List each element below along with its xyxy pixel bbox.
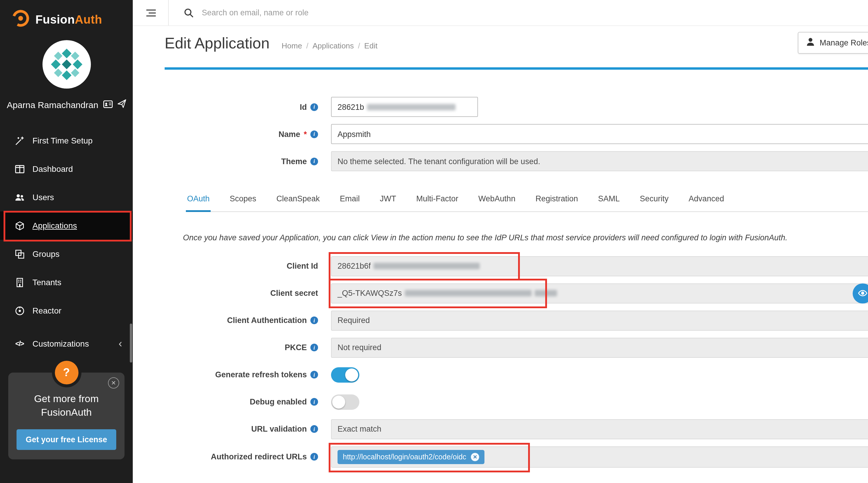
theme-select: No theme selected. The tenant configurat… [331, 151, 868, 171]
field-label-name: Name* [165, 130, 318, 139]
reactor-icon [14, 305, 25, 316]
pkce-select[interactable]: Not required [331, 337, 868, 358]
close-icon[interactable] [108, 377, 119, 389]
sidebar-item-reactor[interactable]: Reactor [0, 296, 133, 325]
tab-saml[interactable]: SAML [597, 194, 621, 211]
sidebar-item-dashboard[interactable]: Dashboard [0, 155, 133, 183]
help-icon[interactable]: ? [55, 361, 78, 385]
groups-icon [14, 249, 25, 259]
sidebar-item-label: Groups [32, 249, 60, 259]
sidebar-item-applications[interactable]: Applications [0, 211, 133, 240]
form-row-theme: Theme No theme selected. The tenant conf… [165, 151, 868, 171]
tab-webauthn[interactable]: WebAuthn [477, 194, 517, 211]
sidebar-item-label: Users [32, 193, 54, 202]
id-input[interactable]: 28621b [331, 97, 478, 117]
tab-multi-factor[interactable]: Multi-Factor [415, 194, 460, 211]
breadcrumb: Home/Applications/Edit [282, 41, 378, 50]
application-tabs: OAuth Scopes CleanSpeak Email JWT Multi-… [186, 194, 868, 212]
manage-roles-button[interactable]: Manage Roles [798, 32, 868, 54]
sidebar-item-label: First Time Setup [32, 136, 93, 145]
tab-registration[interactable]: Registration [534, 194, 579, 211]
tab-jwt[interactable]: JWT [378, 194, 397, 211]
tab-email[interactable]: Email [339, 194, 361, 211]
promo-card: ? Get more from FusionAuth Get your free… [8, 373, 125, 459]
chevron-left-icon[interactable]: ‹ [119, 337, 122, 350]
sidebar-item-groups[interactable]: Groups [0, 240, 133, 268]
form-row-client-id: Client Id 28621b6f [165, 256, 868, 276]
person-icon [807, 38, 814, 48]
info-icon[interactable] [310, 158, 318, 165]
dashboard-icon [14, 164, 25, 174]
send-icon[interactable] [117, 99, 126, 110]
field-label-client-id: Client Id [165, 262, 318, 271]
info-icon[interactable] [310, 130, 318, 138]
field-label-theme: Theme [165, 157, 318, 166]
breadcrumb-home[interactable]: Home [282, 41, 302, 50]
info-icon[interactable] [310, 316, 318, 324]
fusionauth-logo[interactable]: FusionAuth [0, 0, 133, 34]
sidebar-item-label: Applications [32, 221, 77, 230]
info-icon[interactable] [310, 453, 318, 460]
field-label-debug-enabled: Debug enabled [165, 397, 318, 406]
id-card-icon[interactable] [103, 100, 113, 110]
sidebar-item-label: Customizations [32, 339, 89, 348]
sidebar-item-label: Reactor [32, 306, 61, 315]
url-validation-select[interactable]: Exact match [331, 419, 868, 439]
tab-advanced[interactable]: Advanced [687, 194, 725, 211]
client-authentication-select[interactable]: Required [331, 310, 868, 330]
tab-cleanspeak[interactable]: CleanSpeak [275, 194, 321, 211]
name-input[interactable]: Appsmith [331, 124, 868, 144]
sidebar-scrollbar[interactable] [130, 323, 132, 363]
generate-refresh-tokens-toggle[interactable] [331, 367, 359, 382]
user-name: Aparna Ramachandran [7, 100, 98, 110]
avatar[interactable] [42, 40, 91, 91]
redacted-text [535, 290, 557, 296]
sidebar-nav: First Time Setup Dashboard Users Appli [0, 126, 133, 358]
info-icon[interactable] [310, 103, 318, 111]
sidebar-item-label: Tenants [32, 278, 61, 287]
fusionauth-wordmark: FusionAuth [35, 13, 102, 26]
applications-icon [14, 220, 25, 231]
search-input[interactable] [200, 8, 451, 18]
topbar-divider [168, 0, 169, 25]
tab-oauth[interactable]: OAuth [186, 194, 211, 212]
debug-enabled-toggle[interactable] [331, 394, 359, 409]
get-license-button[interactable]: Get your free License [17, 429, 116, 450]
field-label-generate-refresh-tokens: Generate refresh tokens [165, 370, 318, 379]
page-title: Edit Application [165, 34, 270, 53]
sidebar-item-users[interactable]: Users [0, 183, 133, 211]
form-row-pkce: PKCE Not required [165, 337, 868, 358]
form-row-client-authentication: Client Authentication Required [165, 310, 868, 330]
form-row-name: Name* Appsmith [165, 124, 868, 144]
info-icon[interactable] [310, 425, 318, 433]
sidebar-item-label: Dashboard [32, 164, 73, 174]
main-area: Edit Application Home/Applications/Edit … [133, 0, 868, 483]
client-id-field: 28621b6f [331, 256, 868, 276]
field-label-client-secret: Client secret [165, 289, 318, 297]
info-icon[interactable] [310, 398, 318, 406]
info-icon[interactable] [310, 344, 318, 351]
sidebar-item-tenants[interactable]: Tenants [0, 268, 133, 296]
tab-scopes[interactable]: Scopes [229, 194, 257, 211]
tab-security[interactable]: Security [639, 194, 670, 211]
remove-chip-icon[interactable] [471, 453, 479, 461]
authorized-redirect-urls-input[interactable]: http://localhost/login/oauth2/code/oidc [331, 446, 868, 467]
fusionauth-logo-icon [11, 8, 31, 31]
breadcrumb-applications[interactable]: Applications [312, 41, 354, 50]
menu-toggle-icon[interactable] [146, 8, 156, 17]
field-label-authorized-redirect-urls: Authorized redirect URLs [165, 452, 318, 461]
page-header: Edit Application Home/Applications/Edit … [133, 26, 868, 53]
form-row-id: Id 28621b [165, 97, 868, 117]
client-secret-field: _Q5-TKAWQSz7s [331, 283, 868, 303]
sidebar-item-first-time-setup[interactable]: First Time Setup [0, 126, 133, 155]
info-icon[interactable] [310, 371, 318, 378]
search-icon [184, 8, 193, 18]
form-row-debug-enabled: Debug enabled [165, 392, 868, 412]
sidebar-item-customizations[interactable]: </> Customizations ‹ [0, 330, 133, 358]
wand-icon [14, 135, 25, 146]
form-row-authorized-redirect-urls: Authorized redirect URLs http://localhos… [165, 446, 868, 467]
oauth-help-note: Once you have saved your Application, yo… [183, 233, 800, 243]
app-window: FusionAuth [0, 0, 868, 483]
promo-title: Get more from FusionAuth [17, 393, 116, 420]
form-row-client-secret: Client secret _Q5-TKAWQSz7s [165, 283, 868, 303]
